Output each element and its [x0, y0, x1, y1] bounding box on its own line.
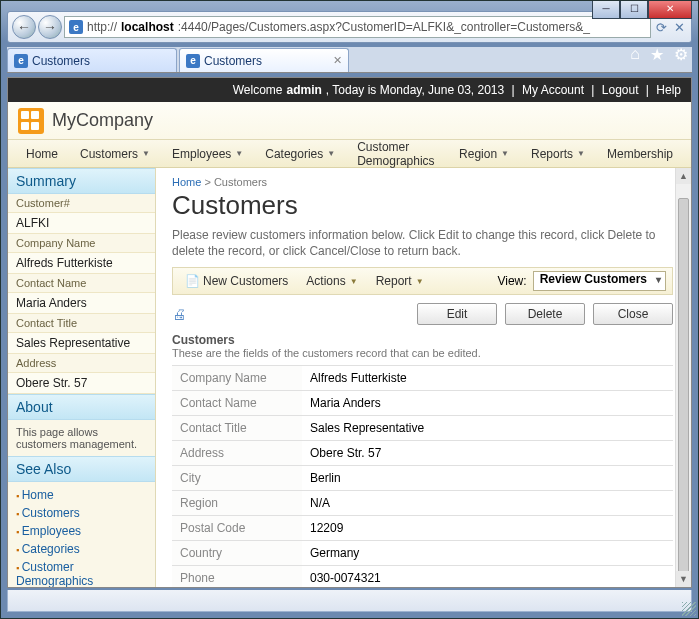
edit-button[interactable]: Edit — [417, 303, 497, 325]
menu-region[interactable]: Region▼ — [449, 143, 519, 165]
new-icon: 📄 — [185, 274, 199, 288]
field-value: N/A — [302, 491, 673, 516]
new-customers-action[interactable]: 📄 New Customers — [179, 272, 294, 290]
tab-label: Customers — [32, 54, 90, 68]
record-row: Contact NameMaria Anders — [172, 391, 673, 416]
field-value: Germany — [302, 541, 673, 566]
minimize-button[interactable]: ─ — [592, 1, 620, 19]
link-my-account[interactable]: My Account — [522, 83, 584, 97]
sidebar-seealso-title: See Also — [8, 456, 155, 482]
maximize-button[interactable]: ☐ — [620, 1, 648, 19]
field-label: Company Name — [172, 366, 302, 391]
window-close-button[interactable]: ✕ — [648, 1, 692, 19]
tab-close-icon[interactable]: ✕ — [333, 54, 342, 67]
breadcrumb: Home > Customers — [172, 176, 673, 188]
welcome-pre: Welcome — [233, 83, 283, 97]
field-label: Region — [172, 491, 302, 516]
summary-label: Address — [8, 354, 155, 373]
see-also-list: HomeCustomersEmployeesCategoriesCustomer… — [8, 482, 155, 587]
summary-label: Company Name — [8, 234, 155, 253]
field-value: 12209 — [302, 516, 673, 541]
field-value: 030-0074321 — [302, 566, 673, 587]
action-bar: 📄 New Customers Actions▼ Report▼ View: R… — [172, 267, 673, 295]
scroll-down-icon[interactable]: ▼ — [676, 571, 691, 587]
record-row: AddressObere Str. 57 — [172, 441, 673, 466]
chevron-down-icon: ▼ — [142, 149, 150, 158]
company-header: MyCompany — [8, 102, 691, 140]
page-body: Welcome admin , Today is Monday, June 03… — [7, 77, 692, 588]
field-label: Contact Name — [172, 391, 302, 416]
see-also-link[interactable]: Home — [16, 486, 147, 504]
chevron-down-icon: ▼ — [501, 149, 509, 158]
see-also-link[interactable]: Customers — [16, 504, 147, 522]
sidebar-summary-title: Summary — [8, 168, 155, 194]
record-row: Company NameAlfreds Futterkiste — [172, 366, 673, 391]
actions-menu[interactable]: Actions▼ — [300, 272, 363, 290]
view-selector[interactable]: Review Customers — [533, 271, 666, 291]
browser-tab-strip: e Customers e Customers ✕ — [7, 47, 692, 73]
record-row: CityBerlin — [172, 466, 673, 491]
browser-tab[interactable]: e Customers — [7, 48, 177, 72]
vertical-scrollbar[interactable]: ▲ ▼ — [675, 168, 691, 587]
tab-favicon-icon: e — [186, 54, 200, 68]
record-table: Company NameAlfreds FutterkisteContact N… — [172, 365, 673, 587]
favorites-icon[interactable]: ★ — [650, 45, 664, 64]
button-row-top: 🖨 Edit Delete Close — [172, 303, 673, 325]
tools-gear-icon[interactable]: ⚙ — [674, 45, 688, 64]
delete-button[interactable]: Delete — [505, 303, 585, 325]
scroll-up-icon[interactable]: ▲ — [676, 168, 691, 184]
summary-value: Sales Representative — [8, 333, 155, 354]
field-label: Country — [172, 541, 302, 566]
see-also-link[interactable]: Customer Demographics — [16, 558, 147, 587]
sidebar: Summary Customer#ALFKICompany NameAlfred… — [8, 168, 156, 587]
menu-membership[interactable]: Membership — [597, 143, 683, 165]
browser-status-bar — [7, 590, 692, 612]
see-also-link[interactable]: Employees — [16, 522, 147, 540]
url-prefix: http:// — [87, 20, 117, 34]
home-icon[interactable]: ⌂ — [630, 45, 640, 64]
sidebar-about-title: About — [8, 394, 155, 420]
link-logout[interactable]: Logout — [602, 83, 639, 97]
forward-button[interactable]: → — [38, 15, 62, 39]
browser-tab-active[interactable]: e Customers ✕ — [179, 48, 349, 72]
browser-window: ─ ☐ ✕ ← → e http://localhost:4440/Pages/… — [0, 0, 699, 619]
browser-toolbar-right: ⌂ ★ ⚙ — [630, 45, 688, 64]
summary-value: Obere Str. 57 — [8, 373, 155, 394]
url-host: localhost — [121, 20, 174, 34]
chevron-down-icon: ▼ — [327, 149, 335, 158]
breadcrumb-home[interactable]: Home — [172, 176, 201, 188]
page-intro: Please review customers information belo… — [172, 227, 673, 259]
field-value: Maria Anders — [302, 391, 673, 416]
tab-label: Customers — [204, 54, 262, 68]
record-row: Contact TitleSales Representative — [172, 416, 673, 441]
menu-customers[interactable]: Customers▼ — [70, 143, 160, 165]
field-value: Sales Representative — [302, 416, 673, 441]
link-help[interactable]: Help — [656, 83, 681, 97]
field-label: Postal Code — [172, 516, 302, 541]
summary-label: Contact Title — [8, 314, 155, 333]
stop-icon[interactable]: ✕ — [671, 19, 687, 35]
summary-label: Contact Name — [8, 274, 155, 293]
summary-value: Maria Anders — [8, 293, 155, 314]
menu-home[interactable]: Home — [16, 143, 68, 165]
menu-employees[interactable]: Employees▼ — [162, 143, 253, 165]
summary-value: Alfreds Futterkiste — [8, 253, 155, 274]
scroll-thumb[interactable] — [678, 198, 689, 587]
menu-customer-demographics[interactable]: Customer Demographics — [347, 136, 447, 172]
address-bar[interactable]: e http://localhost:4440/Pages/Customers.… — [64, 16, 651, 38]
back-button[interactable]: ← — [12, 15, 36, 39]
refresh-icon[interactable]: ⟳ — [653, 19, 669, 35]
record-row: Phone030-0074321 — [172, 566, 673, 587]
url-rest: :4440/Pages/Customers.aspx?CustomerID=AL… — [178, 20, 590, 34]
close-button[interactable]: Close — [593, 303, 673, 325]
report-menu[interactable]: Report▼ — [370, 272, 430, 290]
field-label: Phone — [172, 566, 302, 587]
field-value: Berlin — [302, 466, 673, 491]
see-also-link[interactable]: Categories — [16, 540, 147, 558]
resize-grip-icon[interactable] — [682, 602, 696, 616]
print-icon[interactable]: 🖨 — [172, 306, 186, 322]
sidebar-about-text: This page allows customers management. — [8, 420, 155, 456]
menu-categories[interactable]: Categories▼ — [255, 143, 345, 165]
section-desc: These are the fields of the customers re… — [172, 347, 673, 359]
menu-reports[interactable]: Reports▼ — [521, 143, 595, 165]
